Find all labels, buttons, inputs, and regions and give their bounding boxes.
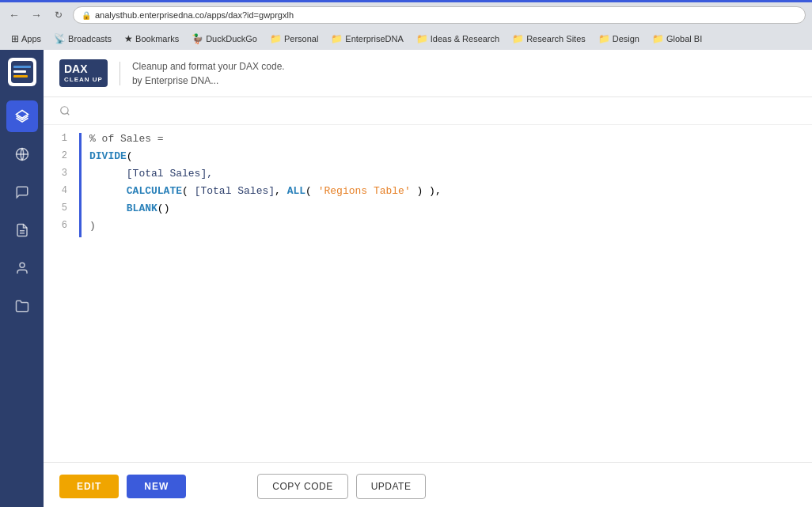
line-num-5: 5 [44, 202, 79, 220]
reload-button[interactable]: ↻ [51, 7, 66, 23]
design-icon: 📁 [598, 33, 610, 44]
line5-indent [89, 202, 127, 214]
user-icon [15, 261, 29, 275]
code-line-4: 4 CALCULATE( [Total Sales], ALL( 'Region… [44, 185, 812, 202]
personal-icon: 📁 [270, 33, 282, 44]
line-num-1: 1 [44, 133, 79, 150]
enterprisedna-icon: 📁 [331, 33, 343, 44]
app-container: DAX CLEAN UP Cleanup and format your DAX… [0, 50, 812, 507]
chat-icon [15, 185, 29, 199]
svg-point-9 [20, 263, 25, 267]
search-icon [59, 105, 70, 116]
paren-open-2: ( [127, 150, 133, 162]
lock-icon: 🔒 [82, 11, 91, 20]
bookmark-globalbi[interactable]: 📁 Global BI [647, 32, 707, 46]
url-text: analysthub.enterprisedna.co/apps/dax?id=… [95, 10, 294, 20]
svg-rect-1 [13, 66, 31, 68]
line-num-3: 3 [44, 168, 79, 185]
bookmark-research[interactable]: 📁 Research Sites [507, 32, 590, 46]
folder-icon [15, 299, 29, 313]
bookmark-broadcasts[interactable]: 📡 Broadcasts [49, 32, 116, 46]
globalbi-icon: 📁 [652, 33, 664, 44]
copy-code-button[interactable]: COPY CODE [257, 474, 347, 499]
sidebar-item-globe[interactable] [6, 138, 38, 170]
code-line-1: 1 % of Sales = [44, 133, 812, 150]
sidebar-item-chat[interactable] [6, 176, 38, 208]
line-content-6: ) [89, 220, 812, 237]
app-header: DAX CLEAN UP Cleanup and format your DAX… [44, 50, 812, 97]
header-divider [120, 62, 120, 85]
code-border-4 [79, 185, 82, 202]
sidebar-item-user[interactable] [6, 252, 38, 284]
bookmarks-bar: ⊞ Apps 📡 Broadcasts ★ Bookmarks 🦆 DuckDu… [0, 28, 812, 50]
browser-navigation: ← → ↻ 🔒 analysthub.enterprisedna.co/apps… [0, 2, 812, 28]
broadcasts-icon: 📡 [54, 33, 66, 44]
bookmark-apps[interactable]: ⊞ Apps [6, 32, 46, 46]
line5-parens: () [157, 202, 170, 214]
svg-point-10 [61, 107, 68, 114]
line-content-1: % of Sales = [89, 133, 812, 150]
bookmark-personal[interactable]: 📁 Personal [265, 32, 323, 46]
line-num-4: 4 [44, 185, 79, 202]
svg-rect-2 [13, 70, 26, 73]
line4-indent [89, 185, 127, 197]
update-button[interactable]: UPDATE [356, 474, 427, 499]
globe-icon [15, 147, 29, 161]
back-button[interactable]: ← [6, 7, 22, 23]
forward-button[interactable]: → [28, 7, 44, 23]
logo-cleanup: CLEAN UP [64, 76, 103, 84]
header-subtitle: Cleanup and format your DAX code. by Ent… [132, 59, 285, 88]
subtitle-line2: by Enterprise DNA... [132, 74, 285, 88]
kw-totalsales-ref: [Total Sales] [195, 185, 275, 197]
address-bar[interactable]: 🔒 analysthub.enterprisedna.co/apps/dax?i… [73, 6, 806, 24]
kw-all: ALL [287, 185, 305, 197]
bookmark-bookmarks[interactable]: ★ Bookmarks [120, 32, 184, 46]
line-content-3: [Total Sales], [89, 168, 812, 185]
sidebar-item-layers[interactable] [6, 100, 38, 132]
logo-svg [11, 61, 33, 83]
bookmark-duckduckgo[interactable]: 🦆 DuckDuckGo [187, 32, 262, 46]
code-border-1 [79, 133, 82, 150]
footer: EDIT NEW COPY CODE UPDATE [44, 462, 812, 507]
code-line-6: 6 ) [44, 220, 812, 237]
research-icon: 📁 [512, 33, 524, 44]
line-content-2: DIVIDE( [89, 150, 812, 168]
line-content-5: BLANK() [89, 202, 812, 220]
logo-dax: DAX [64, 62, 88, 75]
code-line-2: 2 DIVIDE( [44, 150, 812, 168]
edit-button[interactable]: EDIT [59, 475, 119, 498]
sidebar-logo [8, 58, 36, 86]
dax-logo: DAX CLEAN UP [59, 59, 108, 86]
bookmark-enterprisedna[interactable]: 📁 EnterpriseDNA [326, 32, 408, 46]
line-content-4: CALCULATE( [Total Sales], ALL( 'Regions … [89, 185, 812, 202]
ideas-icon: 📁 [416, 33, 428, 44]
line4-comma: , [275, 185, 287, 197]
kw-divide: DIVIDE [89, 150, 127, 162]
code-border-6 [79, 220, 82, 237]
kw-calculate: CALCULATE [127, 185, 182, 197]
kw-blank: BLANK [127, 202, 157, 214]
sidebar [0, 50, 44, 507]
sidebar-item-document[interactable] [6, 214, 38, 246]
code-line-3: 3 [Total Sales], [44, 168, 812, 185]
main-content: DAX CLEAN UP Cleanup and format your DAX… [44, 50, 812, 507]
line-num-6: 6 [44, 220, 79, 237]
line4-allopen: ( [305, 185, 318, 197]
line4-open: ( [182, 185, 195, 197]
svg-line-11 [67, 113, 70, 115]
bookmarks-icon: ★ [124, 33, 133, 44]
sidebar-item-folder[interactable] [6, 290, 38, 322]
layers-icon [15, 109, 29, 123]
code-border-2 [79, 150, 82, 168]
line4-allclose: ) ), [411, 185, 442, 197]
document-icon [15, 223, 29, 237]
bookmark-design[interactable]: 📁 Design [594, 32, 644, 46]
duckduckgo-icon: 🦆 [192, 33, 203, 44]
code-line-5: 5 BLANK() [44, 202, 812, 220]
new-button[interactable]: NEW [127, 475, 186, 498]
search-bar [44, 97, 812, 125]
bookmark-ideas[interactable]: 📁 Ideas & Research [412, 32, 504, 46]
svg-rect-3 [13, 75, 28, 78]
kw-regions: 'Regions Table' [318, 185, 411, 197]
code-editor[interactable]: 1 % of Sales = 2 DIVIDE( 3 [Total Sales]… [44, 125, 812, 462]
